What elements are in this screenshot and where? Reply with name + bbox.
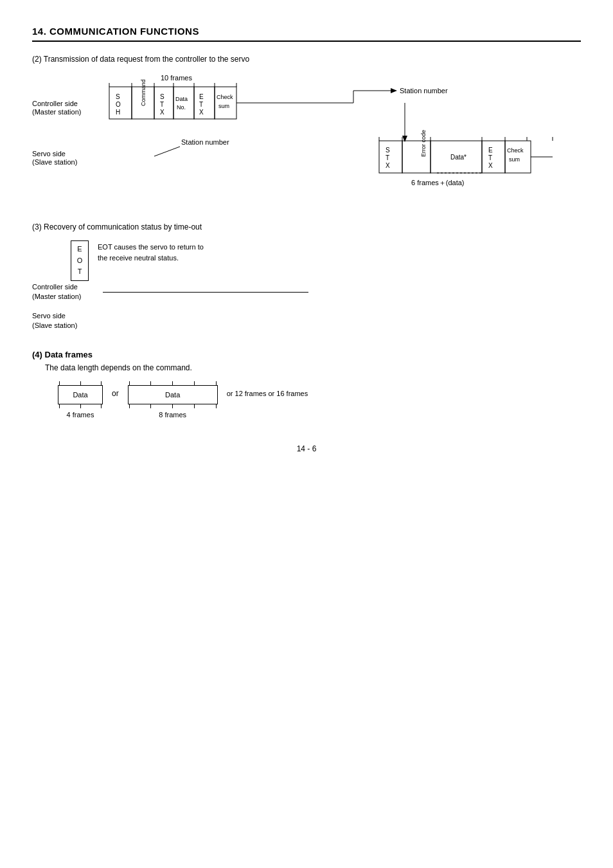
svg-text:X: X [160, 109, 164, 116]
section4-heading: (4) Data frames [32, 350, 581, 359]
svg-text:sum: sum [218, 103, 229, 109]
section3-diagram: E O T EOT causes the servo to return tot… [32, 240, 581, 302]
section4-sub: The data length depends on the command. [45, 363, 581, 372]
svg-text:Check: Check [217, 94, 233, 100]
svg-text:Station number: Station number [181, 138, 229, 146]
svg-text:(Master station): (Master station) [32, 108, 81, 116]
svg-text:Error code: Error code [420, 130, 427, 157]
svg-text:T: T [488, 154, 492, 161]
frame4-ticks: Data [58, 381, 103, 408]
eot-char-o: O [77, 255, 83, 267]
svg-text:T: T [199, 101, 203, 108]
svg-text:O: O [116, 101, 121, 108]
section2-heading: (2) Transmission of data request from th… [32, 55, 581, 64]
svg-text:No.: No. [177, 104, 186, 111]
svg-text:E: E [488, 147, 493, 154]
svg-text:Controller side: Controller side [32, 100, 78, 107]
data-frames-row: Data 4 frames or Data [58, 381, 581, 419]
eot-note: EOT causes the servo to return tothe rec… [98, 242, 204, 263]
svg-text:X: X [386, 162, 390, 169]
eot-char-t: T [78, 266, 82, 278]
frame4-block: Data 4 frames [58, 381, 103, 419]
svg-text:H: H [116, 109, 120, 116]
svg-rect-46 [379, 141, 402, 173]
svg-text:X: X [199, 109, 204, 116]
svg-text:Data*: Data* [450, 154, 466, 161]
frame4-box: Data [58, 385, 103, 404]
svg-text:S: S [116, 93, 120, 100]
section2-diagram: 10 frames Controller side (Master statio… [32, 73, 585, 201]
section3-heading: (3) Recovery of communication status by … [32, 222, 581, 231]
svg-rect-23 [194, 87, 215, 119]
svg-text:Station number: Station number [400, 87, 448, 95]
svg-text:S: S [386, 147, 390, 154]
svg-text:Servo side: Servo side [32, 150, 66, 158]
section4: (4) Data frames The data length depends … [32, 350, 581, 419]
svg-text:T: T [160, 101, 164, 108]
svg-text:10 frames: 10 frames [161, 74, 192, 82]
page-title: 14. COMMUNICATION FUNCTIONS [32, 26, 581, 42]
svg-text:E: E [199, 93, 204, 100]
frame8-block: Data 8 frames [128, 381, 218, 419]
extra-frames-label: or 12 frames or 16 frames [227, 390, 308, 397]
svg-text:Data: Data [175, 96, 188, 102]
svg-rect-54 [482, 141, 505, 173]
section2: (2) Transmission of data request from th… [32, 55, 581, 203]
svg-text:(Slave station): (Slave station) [32, 158, 77, 166]
section3-line [103, 292, 308, 293]
or-label-1: or [112, 389, 119, 398]
section3-controller-label: Controller side(Master station) [32, 282, 103, 302]
frame8-box: Data [128, 385, 218, 404]
svg-text:T: T [386, 154, 389, 161]
frame4-count: 4 frames [67, 411, 94, 419]
svg-text:X: X [488, 162, 493, 169]
svg-rect-20 [173, 87, 194, 119]
eot-char-e: E [77, 244, 82, 255]
svg-text:sum: sum [509, 156, 520, 163]
section3: (3) Recovery of communication status by … [32, 222, 581, 330]
svg-text:Command: Command [140, 79, 147, 106]
svg-text:Check: Check [507, 147, 524, 154]
svg-text:6 frames＋(data): 6 frames＋(data) [411, 179, 465, 186]
page-number: 14 - 6 [32, 444, 581, 453]
frame8-ticks: Data [128, 381, 218, 408]
svg-line-37 [154, 147, 180, 156]
svg-marker-33 [391, 88, 397, 93]
svg-text:S: S [160, 93, 164, 100]
section3-servo-label: Servo side(Slave station) [32, 311, 581, 331]
frame8-count: 8 frames [159, 411, 186, 419]
eot-box: E O T [71, 240, 89, 281]
